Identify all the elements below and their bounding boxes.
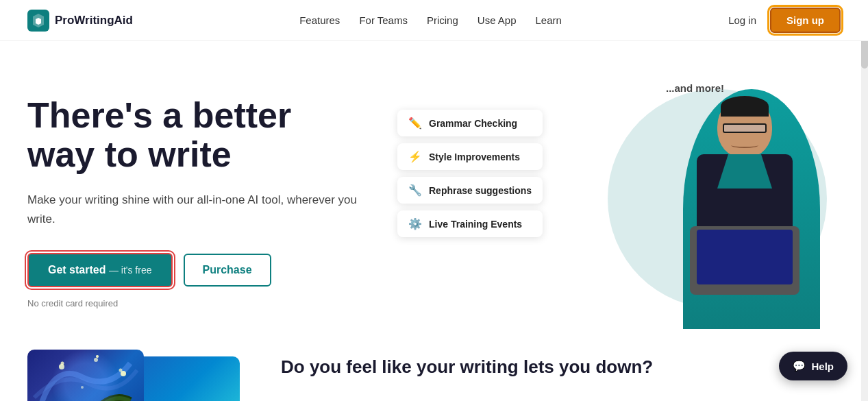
hero-section: There's a better way to write Make your … bbox=[0, 41, 868, 336]
person-head bbox=[717, 96, 772, 158]
nav-pricing[interactable]: Pricing bbox=[427, 14, 458, 26]
pencil-icon: ✏️ bbox=[408, 117, 422, 130]
hero-left: There's a better way to write Make your … bbox=[27, 75, 384, 308]
artwork-container bbox=[27, 350, 240, 401]
svg-point-3 bbox=[121, 371, 126, 376]
nav-teams[interactable]: For Teams bbox=[359, 14, 408, 26]
navigation: ProWritingAid Features For Teams Pricing… bbox=[0, 0, 868, 41]
hero-buttons: Get started — it's free Purchase bbox=[27, 253, 384, 287]
svg-point-1 bbox=[59, 364, 64, 369]
help-button[interactable]: 💬 Help bbox=[779, 352, 847, 380]
artwork-image-2 bbox=[130, 356, 240, 401]
starry-night-svg bbox=[27, 350, 144, 401]
pill-rephrase: 🔧 Rephrase suggestions bbox=[397, 177, 543, 204]
laptop-screen bbox=[697, 230, 793, 284]
nav-links: Features For Teams Pricing Use App Learn bbox=[299, 14, 562, 27]
logo-text: ProWritingAid bbox=[55, 14, 133, 27]
nav-right: Log in Sign up bbox=[728, 8, 841, 33]
pill-training: ⚙️ Live Training Events bbox=[397, 210, 543, 237]
logo-link[interactable]: ProWritingAid bbox=[27, 10, 133, 32]
scrollbar[interactable] bbox=[861, 0, 868, 401]
feature-pills: ✏️ Grammar Checking ⚡ Style Improvements… bbox=[397, 110, 543, 237]
lightning-icon: ⚡ bbox=[408, 150, 422, 163]
starry-night-image bbox=[27, 350, 144, 401]
svg-point-4 bbox=[81, 386, 84, 389]
bottom-question: Do you feel like your writing lets you d… bbox=[281, 356, 653, 378]
svg-point-2 bbox=[94, 358, 98, 362]
pill-grammar: ✏️ Grammar Checking bbox=[397, 110, 543, 136]
person-illustration bbox=[669, 89, 820, 336]
wrench-icon: 🔧 bbox=[408, 184, 422, 197]
hero-right: ...and more! ⭐ ✏️ Grammar Checking ⚡ Sty… bbox=[397, 75, 841, 336]
get-started-button[interactable]: Get started — it's free bbox=[27, 253, 173, 287]
signup-button[interactable]: Sign up bbox=[770, 8, 841, 33]
hero-subtitle: Make your writing shine with our all-in-… bbox=[27, 191, 384, 228]
person-laptop bbox=[690, 226, 799, 295]
purchase-button[interactable]: Purchase bbox=[184, 254, 271, 287]
nav-learn[interactable]: Learn bbox=[536, 14, 562, 26]
logo-icon bbox=[27, 10, 49, 32]
person-collar bbox=[717, 154, 772, 189]
bottom-right: Do you feel like your writing lets you d… bbox=[281, 350, 653, 378]
no-credit-card-notice: No credit card required bbox=[27, 298, 384, 308]
hero-title: There's a better way to write bbox=[27, 96, 384, 174]
nav-use-app[interactable]: Use App bbox=[478, 14, 517, 26]
help-chat-icon: 💬 bbox=[793, 360, 806, 372]
nav-features[interactable]: Features bbox=[299, 14, 340, 26]
login-link[interactable]: Log in bbox=[728, 14, 756, 26]
bottom-section: Do you feel like your writing lets you d… bbox=[0, 336, 868, 401]
pill-style: ⚡ Style Improvements bbox=[397, 143, 543, 170]
gear-icon: ⚙️ bbox=[408, 217, 422, 230]
